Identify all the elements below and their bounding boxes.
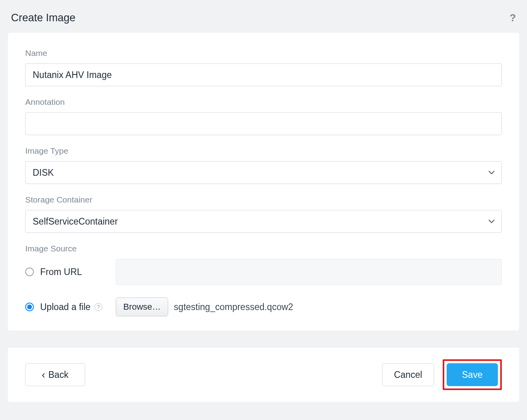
create-image-dialog: Create Image ? Name Annotation Image Typ… [0,0,527,420]
field-name: Name [25,48,502,86]
radio-checked-icon [27,305,32,309]
info-icon[interactable]: ? [95,303,102,311]
field-image-source: Image Source From URL Upload a file ? Br… [25,244,502,316]
image-type-select-wrap: DISK [25,161,502,184]
save-highlight-box: Save [443,359,502,390]
storage-container-select-wrap: SelfServiceContainer [25,210,502,233]
image-source-label: Image Source [25,244,502,253]
upload-radio[interactable] [25,303,34,311]
dialog-title: Create Image [11,12,76,24]
from-url-input[interactable] [116,259,502,285]
image-type-label: Image Type [25,146,502,156]
name-input[interactable] [25,63,502,86]
annotation-input[interactable] [25,112,502,135]
dialog-body: Name Annotation Image Type DISK Storage … [8,33,519,331]
storage-container-select[interactable]: SelfServiceContainer [25,210,502,233]
source-from-url-row: From URL [25,259,502,285]
selected-filename: sgtesting_compressed.qcow2 [174,302,293,312]
upload-radio-wrap: Upload a file ? [25,302,116,312]
cancel-button[interactable]: Cancel [382,363,434,386]
back-button-label: Back [48,370,69,380]
dialog-footer: ‹ Back Cancel Save [8,347,519,402]
dialog-header: Create Image ? [0,0,527,33]
field-image-type: Image Type DISK [25,146,502,184]
back-button[interactable]: ‹ Back [25,363,85,386]
help-icon[interactable]: ? [510,12,516,24]
footer-right-actions: Cancel Save [382,359,502,390]
storage-container-label: Storage Container [25,195,502,204]
from-url-radio-wrap: From URL [25,267,116,277]
save-button[interactable]: Save [447,363,498,386]
from-url-radio[interactable] [25,268,34,276]
upload-label: Upload a file [40,302,91,312]
image-type-select[interactable]: DISK [25,161,502,184]
source-upload-row: Upload a file ? Browse… sgtesting_compre… [25,297,502,316]
browse-button[interactable]: Browse… [116,297,168,316]
annotation-label: Annotation [25,97,502,107]
from-url-label: From URL [40,267,82,277]
field-annotation: Annotation [25,97,502,135]
field-storage-container: Storage Container SelfServiceContainer [25,195,502,233]
name-label: Name [25,48,502,58]
